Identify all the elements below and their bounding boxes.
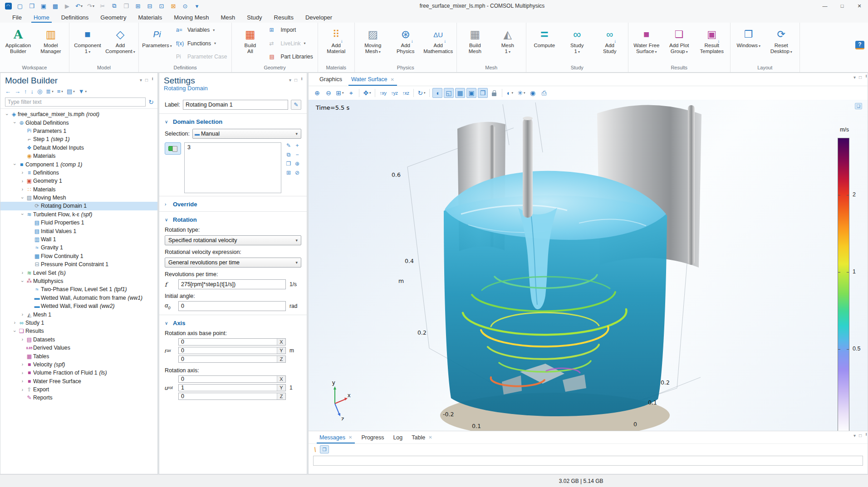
ribbon-tab-definitions[interactable]: Definitions [55, 12, 95, 23]
close-icon[interactable]: ✕ [428, 435, 432, 440]
paste-selection-icon[interactable]: ❐ [284, 161, 293, 169]
zoom-box-icon[interactable]: ⊞▾ [335, 88, 345, 98]
information-tab-log[interactable]: Log [388, 431, 407, 443]
model-manager-button[interactable]: ▥ModelManager [34, 24, 67, 64]
tree-filter-input[interactable] [5, 97, 146, 107]
refresh-icon[interactable]: ↻ [148, 98, 154, 106]
tree-node-fluid-properties-1[interactable]: ▤Fluid Properties 1 [0, 219, 157, 227]
tree-node-default-model-inputs[interactable]: ❖Default Model Inputs [0, 144, 157, 152]
tree-node-materials[interactable]: ◉Materials [0, 152, 157, 160]
tree-node-gravity-1[interactable]: ≈Gravity 1 [0, 244, 157, 252]
moving-mesh-button[interactable]: ▨MovingMesh▾ [357, 24, 389, 64]
model-builder-panel-buttons[interactable]: ▾□╹ [140, 76, 154, 83]
tree-node-derived-values[interactable]: 8.85Derived Values [0, 344, 157, 352]
print-icon[interactable]: ⎙ [539, 88, 549, 98]
tree-node-study-1[interactable]: ›∞Study 1 [0, 319, 157, 327]
view-xz-icon[interactable]: ↑xz [401, 88, 411, 98]
study-1-button[interactable]: ∞Study1▾ [561, 24, 593, 64]
minimize-button[interactable]: — [816, 0, 834, 12]
move-up-icon[interactable]: ↑ [24, 88, 27, 95]
ribbon-tab-materials[interactable]: Materials [132, 12, 168, 23]
tree-node-wall-1[interactable]: ▥Wall 1 [0, 235, 157, 244]
collapse-all-icon[interactable]: ≡▾ [57, 88, 63, 95]
save-icon[interactable]: ▣ [38, 1, 49, 11]
base-point-z-input[interactable] [179, 356, 277, 362]
tree-node-global-definitions[interactable]: ›⊕Global Definitions [0, 118, 157, 127]
rotation-heading[interactable]: ∨Rotation [165, 216, 301, 223]
remove-from-selection-icon[interactable]: − [293, 151, 301, 160]
tree-node-velocity[interactable]: ›■Velocity(spf) [0, 360, 157, 369]
expand-all-icon[interactable]: ≣▾ [46, 88, 53, 95]
expand-icon[interactable]: › [12, 320, 18, 325]
activate-selection-icon[interactable]: ✎ [284, 142, 293, 151]
mesh-1-button[interactable]: ◭Mesh1▾ [491, 24, 524, 64]
label-input[interactable] [183, 100, 288, 110]
axis-heading[interactable]: ∨Axis [165, 320, 301, 326]
close-button[interactable]: ✕ [851, 0, 868, 12]
compute-button[interactable]: =Compute [528, 24, 561, 64]
tree-node-moving-mesh[interactable]: ›▨Moving Mesh [0, 194, 157, 202]
collapse-icon[interactable]: › [12, 161, 17, 167]
graphics-tab-graphics[interactable]: Graphics [315, 73, 347, 86]
paste-icon[interactable]: ❐ [121, 1, 132, 11]
show-icon[interactable]: ◎ [37, 88, 42, 95]
ribbon-tab-home[interactable]: Home [28, 12, 55, 23]
expand-icon[interactable]: › [20, 370, 25, 375]
reset-desktop-button[interactable]: ⟳ResetDesktop▾ [765, 24, 798, 64]
expand-icon[interactable]: › [20, 362, 25, 367]
information-tab-messages[interactable]: Messages✕ [315, 431, 357, 443]
open-file-icon[interactable]: ❒ [26, 1, 37, 11]
tree-node-parameters-1[interactable]: PiParameters 1 [0, 127, 157, 135]
active-toggle-button[interactable] [165, 142, 181, 155]
tree-node-export[interactable]: ›⇪Export [0, 385, 157, 394]
mixer-3d-plot[interactable] [309, 100, 867, 431]
tree-node-volume-fraction-of-fluid-1[interactable]: ›■Volume Fraction of Fluid 1(ls) [0, 369, 157, 377]
add-study-button[interactable]: ∞↓AddStudy [593, 24, 626, 64]
tree-node-reports[interactable]: ✎Reports [0, 394, 157, 402]
color-theme-icon[interactable]: ◐▾ [505, 88, 515, 98]
clear-messages-icon[interactable]: ∖ [313, 446, 318, 453]
close-icon[interactable]: ✕ [390, 77, 394, 82]
tree-node-free-surface-mixer-ls-mph[interactable]: ›◈free_surface_mixer_ls.mph(root) [0, 110, 157, 118]
cut-icon[interactable]: ✂ [97, 1, 108, 11]
base-point-y-input[interactable] [179, 347, 277, 354]
add-to-selection-icon[interactable]: + [293, 142, 301, 151]
build-all-button[interactable]: ▦BuildAll [234, 24, 266, 64]
information-tab-progress[interactable]: Progress [357, 431, 388, 443]
canvas-corner-button[interactable]: ❏ [855, 103, 862, 109]
collapse-icon[interactable]: › [5, 112, 10, 117]
duplicate-icon[interactable]: ⊞ [132, 1, 143, 11]
create-selection-icon[interactable]: ⊞ [284, 170, 293, 178]
go-to-default-view-icon[interactable]: ✥▾ [362, 88, 372, 98]
tree-node-materials[interactable]: ›∷Materials [0, 185, 157, 194]
tree-node-pressure-point-constraint-1[interactable]: ⊟Pressure Point Constraint 1 [0, 260, 157, 268]
water-free-surface-button[interactable]: ■Water FreeSurface▾ [630, 24, 663, 64]
tree-node-water-free-surface[interactable]: ›■Water Free Surface [0, 377, 157, 385]
save-as-icon[interactable]: ▩ [50, 1, 61, 11]
show-material-color-icon[interactable]: ▣ [466, 88, 476, 98]
tree-node-definitions[interactable]: ›≡Definitions [0, 169, 157, 177]
expand-icon[interactable]: › [20, 379, 25, 384]
new-file-icon[interactable]: ▢ [15, 1, 25, 11]
tree-node-geometry-1[interactable]: ›▣Geometry 1 [0, 177, 157, 185]
tree-node-wetted-wall-fixed-wall[interactable]: ▬Wetted Wall, Fixed wall(ww2) [0, 302, 157, 310]
rotation-type-dropdown[interactable]: Specified rotational velocity▾ [165, 235, 301, 245]
graphics-canvas[interactable]: Time=5.5 s 0.60.40.2m-0.20.10.20.10 y x … [308, 100, 868, 431]
clear-selection-icon[interactable]: ⊘ [293, 170, 301, 178]
scene-settings-icon[interactable]: ✳▾ [516, 88, 526, 98]
open-in-new-window-icon[interactable]: ❐ [320, 445, 329, 453]
parameter-case-button[interactable]: PiParameter Case [176, 52, 227, 61]
part-libraries-button[interactable]: ▤Part Libraries [269, 52, 313, 61]
transparency-icon[interactable]: ◱ [444, 88, 454, 98]
functions-button[interactable]: f(x)Functions▾ [176, 39, 227, 48]
go-back-icon[interactable]: ← [5, 88, 11, 95]
tree-node-results[interactable]: ›❏Results [0, 327, 157, 335]
tree-node-level-set[interactable]: ›≋Level Set(ls) [0, 268, 157, 277]
tree-node-rotating-domain-1[interactable]: ⟳Rotating Domain 1 [0, 202, 157, 210]
component-1-button[interactable]: ■Component1▾ [71, 24, 104, 64]
copy-selection-icon[interactable]: ⧉ [284, 151, 293, 160]
add-material-button[interactable]: ⠿↓AddMaterial [320, 24, 353, 64]
tree-node-component-1[interactable]: ›■Component 1(comp 1) [0, 160, 157, 168]
rve-dropdown[interactable]: General revolutions per time▾ [165, 258, 301, 268]
tree-node-datasets[interactable]: ›▤Datasets [0, 336, 157, 344]
